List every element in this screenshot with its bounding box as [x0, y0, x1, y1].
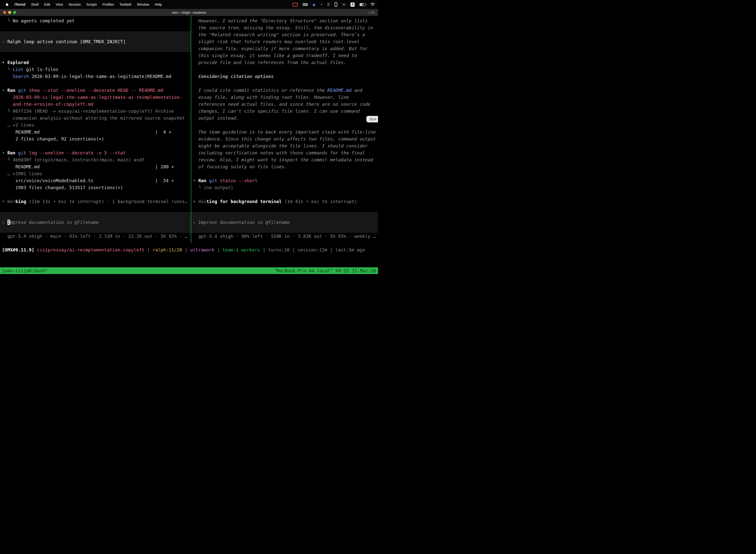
terminal-line: provide file and line references from th… — [193, 59, 378, 66]
terminal-line: • Waiting for background terminal (1m 41… — [193, 198, 378, 205]
text-segment: • — [2, 199, 7, 204]
text-segment: slight risk that future readers may over… — [193, 39, 360, 44]
window-title-bar[interactable]: omx --xhigh --madmax ⌥⌘1 — [0, 9, 378, 16]
terminal-line — [2, 143, 191, 150]
window-title: omx --xhigh --madmax — [0, 11, 378, 14]
text-segment: I could cite commit statistics or refere… — [193, 88, 327, 93]
menu-item-edit[interactable]: Edit — [42, 2, 53, 6]
terminal-line: • Explored — [2, 59, 191, 66]
text-segment: ralph:11/20 — [152, 247, 182, 253]
text-segment: ting for background terminal — [206, 199, 281, 204]
text-segment: └ — [2, 67, 13, 72]
battery-icon[interactable] — [359, 3, 366, 6]
text-segment: I — [7, 220, 10, 225]
text-segment: changes, I can't cite specific file line… — [193, 108, 360, 114]
terminal-pane-left[interactable]: └ No agents completed yet› Ralph loop ac… — [0, 16, 191, 256]
menu-item-session[interactable]: Session — [66, 2, 83, 6]
input-source-icon[interactable]: A — [351, 2, 355, 7]
close-button[interactable] — [3, 11, 6, 14]
terminal-line: README.md | 280 + — [2, 163, 191, 170]
apple-menu[interactable] — [3, 2, 12, 7]
text-segment: Ralph loop active continue [OMX_TMUX_INJ… — [7, 39, 126, 44]
terminal-line: the "Related research writing" section i… — [193, 31, 378, 38]
text-segment: evidence. Since this change only affects… — [193, 136, 376, 142]
wifi-icon[interactable] — [370, 3, 375, 6]
menu-bar: iTerm2ShellEditViewSessionScriptsProfile… — [0, 0, 378, 9]
text-segment: gpt-5.4 xhigh · main · 91% left · 2.31M … — [2, 233, 188, 239]
terminal-line — [193, 191, 378, 198]
menu-item-toolbelt[interactable]: Toolbelt — [117, 2, 134, 6]
keyboard-icon[interactable]: ⌨ — [302, 3, 308, 6]
text-segment: Ran — [198, 178, 209, 183]
terminal-line — [193, 122, 378, 128]
text-segment: log --oneline --decorate -n 5 --stat — [29, 150, 126, 155]
terminal-line — [2, 191, 191, 198]
menu-item-profiles[interactable]: Profiles — [100, 2, 117, 6]
terminal-line — [193, 80, 378, 87]
tmux-session-label[interactable]: [omx-cczip0:bash* — [2, 267, 48, 274]
text-segment: • — [193, 178, 198, 183]
text-segment: 4b9d30f (origin/main, instructkr/main, m… — [13, 157, 144, 162]
terminal-line — [193, 170, 378, 177]
prompt-input-right[interactable]: › Improve documentation in @filename — [191, 212, 378, 233]
text-segment — [2, 74, 13, 79]
text-segment: (1m 41s • esc to interrupt) — [282, 199, 357, 204]
text-segment: | turns:10 | session:12m | last:5m ago — [260, 247, 365, 253]
text-segment: 2026-03-09-is-legal-the-same-as-legitima… — [29, 74, 171, 79]
terminal-line: Considering citation options — [193, 73, 378, 80]
terminal-line — [193, 66, 378, 73]
menu-item-scripts[interactable]: Scripts — [83, 2, 100, 6]
terminal-pane-right[interactable]: However, I noticed the "Directory Struct… — [191, 16, 378, 256]
text-segment: the "Related research writing" section i… — [193, 32, 365, 37]
terminal-line: … +1901 lines — [2, 170, 191, 177]
text-segment: might be acceptable alongside the file l… — [193, 143, 368, 149]
terminal-line — [2, 80, 191, 87]
text-segment: … +1901 lines — [2, 171, 43, 176]
menu-item-help[interactable]: Help — [152, 2, 165, 6]
terminal-line — [193, 205, 378, 212]
text-segment: and — [352, 88, 362, 93]
text-segment: └ — [2, 157, 13, 162]
text-segment: 067f154 (HEAD -> essay/ai-reimplementati… — [13, 108, 174, 114]
terminal-line: changes, I can't cite specific file line… — [193, 108, 378, 115]
prompt-input-left[interactable]: › Improve documentation in @filename — [0, 212, 191, 233]
screen-share-tooltip[interactable]: Scre — [366, 116, 378, 122]
tmux-host-clock-label: "MacBook-Pro-44.local" 04:52 31-Mar-26 — [274, 267, 376, 274]
minimize-button[interactable] — [8, 11, 11, 14]
text-segment: • — [2, 150, 7, 155]
password-manager-icon[interactable] — [334, 2, 337, 7]
text-segment: ultrawork — [190, 247, 214, 253]
text-segment: … +2 lines — [2, 122, 34, 127]
text-segment: README.md — [327, 88, 352, 93]
text-segment: › — [2, 220, 7, 225]
apps-grid-icon[interactable]: ⠿ — [327, 3, 330, 6]
text-segment: companion file, especially if more comme… — [193, 46, 368, 51]
text-segment: Wai — [198, 199, 207, 204]
text-segment: cczip/essay/ai-reimplementation-copyleft — [37, 247, 144, 253]
text-segment — [2, 95, 13, 100]
terminal-line: › Ralph loop active continue [OMX_TMUX_I… — [2, 38, 191, 45]
zoom-button[interactable] — [13, 11, 16, 14]
charging-bolt-icon — [361, 3, 363, 6]
terminal-line: companion file, especially if more comme… — [193, 45, 378, 52]
text-segment: • — [2, 88, 7, 93]
ralph-loop-banner[interactable]: › Ralph loop active continue [OMX_TMUX_I… — [0, 31, 191, 52]
menu-item-list: iTerm2ShellEditViewSessionScriptsProfile… — [12, 2, 165, 6]
terminal-line: including verification notes with those … — [193, 150, 378, 156]
terminal-line: src/voice/voiceModeEnabled.ts | 54 + — [2, 177, 191, 184]
text-segment: Search — [13, 74, 29, 79]
model-status-right: gpt-5.4 xhigh · 96% left · 520K in · 5.8… — [193, 233, 378, 240]
text-segment: team:1 workers — [223, 247, 260, 253]
screen-recording-indicator-icon[interactable] — [293, 3, 298, 6]
text-segment: README.md | 4 + — [2, 129, 171, 134]
battery-gauge-icon[interactable]: .61 — [342, 3, 346, 6]
menu-item-window[interactable]: Window — [134, 2, 152, 6]
terminal-line: output instead. — [193, 115, 378, 122]
text-segment: git ls-files — [23, 67, 59, 72]
clock-app-icon[interactable]: ◔ — [320, 3, 322, 6]
menu-item-iterm2[interactable]: iTerm2 — [12, 2, 28, 6]
menu-item-view[interactable]: View — [53, 2, 66, 6]
blue-app-icon[interactable]: ◆ — [313, 3, 315, 6]
menu-item-shell[interactable]: Shell — [28, 2, 42, 6]
terminal-line — [2, 24, 191, 31]
